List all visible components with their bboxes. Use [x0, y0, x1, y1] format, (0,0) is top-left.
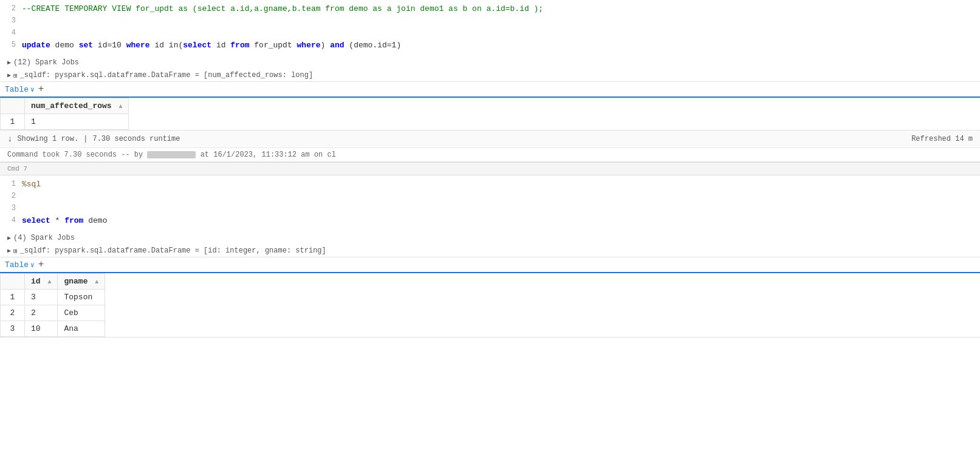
code-line: 5 update demo set id=10 where id in(sele… — [0, 40, 980, 52]
cell-gname: Ceb — [58, 305, 105, 321]
table-tab-cmd7[interactable]: Table ∨ — [5, 260, 35, 270]
code-line: 3 — [0, 203, 980, 216]
code-line: 4 select * from demo — [0, 216, 980, 228]
table-row: 1 1 — [1, 114, 129, 130]
code-area-cmd7: 1 %sql 2 3 4 select * from demo — [0, 175, 980, 231]
cmd-label-cmd7: Cmd 7 — [0, 162, 980, 175]
code-line: 3 — [0, 16, 980, 28]
table-tab[interactable]: Table ∨ — [5, 85, 35, 94]
sort-icon: ▲ — [118, 103, 122, 110]
cell-id: 3 — [25, 290, 58, 305]
add-view-button-cmd7[interactable]: + — [38, 260, 44, 270]
footer-separator: | — [83, 135, 87, 143]
sqldf-label: _sqldf: pyspark.sql.dataframe.DataFrame … — [20, 71, 313, 80]
table-toolbar-cmd7: Table ∨ + — [0, 257, 980, 273]
row-num-header — [1, 274, 25, 290]
sort-icon: ▲ — [47, 279, 51, 285]
row-num: 2 — [1, 305, 25, 321]
table-toolbar: Table ∨ + — [0, 82, 980, 98]
row-num: 1 — [1, 290, 25, 305]
table-row: 1 3 Topson — [1, 290, 105, 305]
sort-icon: ▲ — [95, 279, 98, 285]
code-line: 2 --CREATE TEMPORARY VIEW for_updt as (s… — [0, 4, 980, 16]
cmd-took-row: Command took 7.30 seconds -- by at 16/1/… — [0, 148, 980, 161]
row-num-header — [1, 98, 25, 114]
row-num: 3 — [1, 321, 25, 337]
cell-gname: Topson — [58, 290, 105, 305]
cmd-took-suffix: at 16/1/2023, 11:33:12 am on cl — [200, 151, 336, 159]
expand-icon: ▶ — [7, 72, 11, 79]
table-row: 3 10 Ana — [1, 321, 105, 337]
expand-icon: ▶ — [7, 247, 11, 254]
code-line: 4 — [0, 28, 980, 40]
spark-jobs-row-cmd7[interactable]: ▶ (4) Spark Jobs — [0, 231, 980, 245]
cell-gname: Ana — [58, 321, 105, 337]
result-table-cmd7: id ▲ gname ▲ 1 3 Topson — [0, 273, 105, 337]
table-footer-cmd6: ↓ Showing 1 row. | 7.30 seconds runtime … — [0, 130, 980, 148]
cell-cmd6: 2 --CREATE TEMPORARY VIEW for_updt as (s… — [0, 0, 980, 162]
table-row: 2 2 Ceb — [1, 305, 105, 321]
expand-icon: ▶ — [7, 59, 11, 66]
sqldf-label: _sqldf: pyspark.sql.dataframe.DataFrame … — [20, 246, 326, 255]
spark-jobs-label: (4) Spark Jobs — [13, 234, 75, 242]
row-num: 1 — [1, 114, 25, 130]
footer-showing: Showing 1 row. — [17, 135, 78, 143]
code-line: 2 — [0, 191, 980, 203]
cell-cmd7: Cmd 7 1 %sql 2 3 4 select * from demo ▶ — [0, 162, 980, 338]
cell-id: 10 — [25, 321, 58, 337]
footer-runtime: 7.30 seconds runtime — [92, 135, 180, 143]
result-table-cmd6: num_affected_rows ▲ 1 1 — [0, 98, 129, 130]
code-area-cmd6: 2 --CREATE TEMPORARY VIEW for_updt as (s… — [0, 0, 980, 56]
table-icon: ⊞ — [13, 247, 18, 255]
col-header-gname[interactable]: gname ▲ — [58, 274, 105, 290]
footer-refreshed: Refreshed 14 m — [911, 135, 973, 143]
col-header-id[interactable]: id ▲ — [25, 274, 58, 290]
cell-num-affected-rows: 1 — [25, 114, 129, 130]
spark-jobs-row[interactable]: ▶ (12) Spark Jobs — [0, 56, 980, 69]
table-icon: ⊞ — [13, 72, 18, 80]
add-view-button[interactable]: + — [38, 84, 44, 94]
col-header-num-affected-rows[interactable]: num_affected_rows ▲ — [25, 98, 129, 114]
cmd-took-text: Command took 7.30 seconds -- by — [7, 151, 143, 159]
chevron-down-icon: ∨ — [30, 86, 35, 93]
table-view-cmd7: Table ∨ + id ▲ gname ▲ — [0, 257, 980, 337]
sqldf-row[interactable]: ▶ ⊞ _sqldf: pyspark.sql.dataframe.DataFr… — [0, 69, 980, 81]
redacted-user — [147, 151, 196, 158]
table-tab-label: Table — [5, 260, 29, 270]
sqldf-row-cmd7[interactable]: ▶ ⊞ _sqldf: pyspark.sql.dataframe.DataFr… — [0, 245, 980, 257]
spark-jobs-label: (12) Spark Jobs — [13, 58, 79, 67]
expand-icon: ▶ — [7, 234, 11, 242]
code-line: 1 %sql — [0, 179, 980, 191]
download-icon[interactable]: ↓ — [7, 134, 12, 144]
table-tab-label: Table — [5, 85, 29, 94]
table-view-cmd6: Table ∨ + num_affected_rows ▲ — [0, 81, 980, 148]
cell-id: 2 — [25, 305, 58, 321]
chevron-down-icon: ∨ — [30, 261, 35, 269]
notebook-area: 2 --CREATE TEMPORARY VIEW for_updt as (s… — [0, 0, 980, 338]
